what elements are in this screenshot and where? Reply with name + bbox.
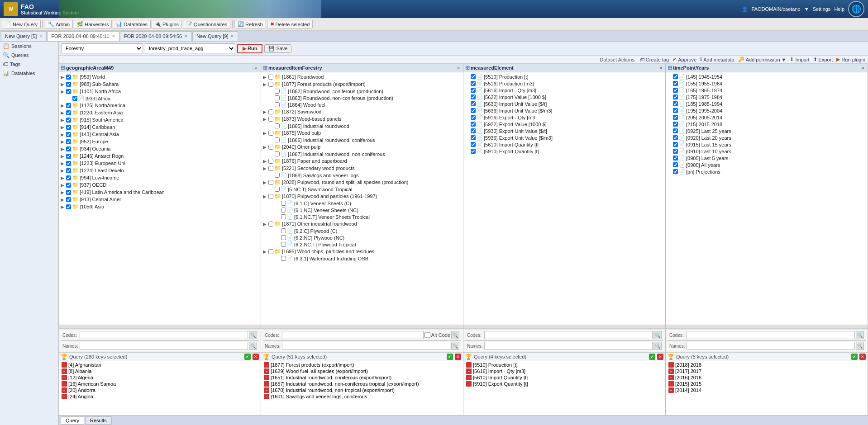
- harvesters-button[interactable]: 🌿 Harvesters: [74, 20, 112, 28]
- datatables-button[interactable]: 📊 Datatables: [113, 20, 151, 28]
- tree-item[interactable]: 📄[pn] Projections: [666, 168, 868, 175]
- tree-checkbox[interactable]: [66, 190, 71, 195]
- list-item[interactable]: −[16] American Samoa: [59, 381, 261, 387]
- tree-item[interactable]: 📄[155] 1955-1964: [666, 80, 868, 87]
- tab-tab4[interactable]: New Query [9]✕: [192, 31, 238, 41]
- panel-collapse-btn-measuredItemForestry[interactable]: «: [456, 66, 461, 71]
- tree-checkbox[interactable]: [673, 128, 678, 133]
- tree-checkbox[interactable]: [66, 139, 71, 144]
- panel-hscrollbar-measuredElement[interactable]: [463, 325, 665, 328]
- tree-checkbox[interactable]: [281, 214, 286, 219]
- tree-item[interactable]: 📄[933] Africa: [59, 95, 261, 102]
- tree-checkbox[interactable]: [268, 145, 273, 150]
- remove-item-btn[interactable]: −: [668, 375, 674, 380]
- alt-code-checkbox[interactable]: [424, 331, 430, 339]
- refresh-button[interactable]: 🔄 Refresh: [234, 20, 266, 28]
- tree-checkbox[interactable]: [275, 151, 280, 156]
- remove-item-btn[interactable]: −: [62, 368, 67, 374]
- tree-item[interactable]: ▶📁[1056] Asia: [59, 203, 261, 210]
- tree-item[interactable]: ▶📁[2038] Pulpwood, round and split, all …: [261, 179, 463, 186]
- codes-input[interactable]: [282, 331, 424, 339]
- export-action[interactable]: ⬆ Export: [813, 57, 833, 62]
- tree-checkbox[interactable]: [673, 122, 678, 127]
- approve-action[interactable]: ✔ Approve: [672, 57, 696, 62]
- list-item[interactable]: −[1629] Wood fuel, all species (export/i…: [261, 368, 463, 374]
- tree-checkbox[interactable]: [66, 204, 71, 209]
- tree-checkbox[interactable]: [673, 135, 678, 140]
- tree-checkbox[interactable]: [281, 242, 286, 247]
- tree-checkbox[interactable]: [673, 156, 678, 161]
- list-item[interactable]: −[5616] Import - Qty [m3]: [463, 368, 665, 374]
- save-button[interactable]: 💾 Save: [264, 44, 291, 53]
- query-ok-btn[interactable]: ✔: [649, 354, 655, 360]
- tree-item[interactable]: ▶📁[419] Latin America and the Caribbean: [59, 189, 261, 196]
- remove-item-btn[interactable]: −: [466, 362, 472, 368]
- panel-collapse-btn-geographicAreaM49[interactable]: «: [253, 66, 259, 71]
- codes-input[interactable]: [80, 331, 248, 339]
- tree-item[interactable]: 📄[1864] Wood fuel: [261, 101, 463, 108]
- list-item[interactable]: −[5910] Export Quantity [t]: [463, 381, 665, 387]
- tree-item[interactable]: 📄[5516] Production [m3]: [463, 80, 665, 87]
- tree-item[interactable]: 📄[6.1.NC] Veneer Sheets (NC): [261, 207, 463, 213]
- names-input[interactable]: [282, 342, 450, 350]
- codes-search-btn[interactable]: 🔍: [856, 331, 864, 339]
- tree-item[interactable]: 📄[5922] Export Value [1000 $]: [463, 121, 665, 128]
- tree-item[interactable]: 📄[6.2.C] Plywood (C): [261, 227, 463, 234]
- tree-item[interactable]: 📄[0925] Last 25 years: [666, 128, 868, 134]
- run-button[interactable]: ▶ Run: [237, 44, 262, 53]
- tree-checkbox[interactable]: [471, 128, 476, 133]
- tree-item[interactable]: 📄[5616] Import - Qty [m3]: [463, 87, 665, 94]
- tree-checkbox[interactable]: [275, 95, 280, 100]
- list-item[interactable]: −[4] Afghanistan: [59, 362, 261, 368]
- tree-item[interactable]: 📄[5510] Production [t]: [463, 73, 665, 80]
- query-ok-btn[interactable]: ✔: [244, 354, 251, 360]
- list-item[interactable]: −[2018] 2018: [666, 362, 868, 368]
- questionnaires-button[interactable]: 📝 Questionnaires: [183, 20, 230, 28]
- tree-checkbox[interactable]: [673, 101, 678, 106]
- tab-tab2[interactable]: FOR 2020-04-08 09:40:11✕: [47, 31, 119, 41]
- list-item[interactable]: −[20] Andorra: [59, 387, 261, 393]
- tree-checkbox[interactable]: [268, 109, 273, 114]
- query-clear-btn[interactable]: ✕: [455, 354, 461, 360]
- names-input[interactable]: [484, 342, 653, 350]
- tree-checkbox[interactable]: [673, 94, 678, 99]
- tree-checkbox[interactable]: [66, 175, 71, 180]
- panel-hscrollbar-measuredItemForestry[interactable]: [261, 325, 463, 328]
- tree-item[interactable]: ▶📁[1695] Wood chips, particles and resid…: [261, 248, 463, 255]
- tree-item[interactable]: ▶📁[1125] NorthAmerica: [59, 102, 261, 109]
- codes-search-btn[interactable]: 🔍: [249, 331, 257, 339]
- tree-checkbox[interactable]: [471, 88, 476, 93]
- tree-checkbox[interactable]: [66, 154, 71, 159]
- tab-close-icon[interactable]: ✕: [184, 34, 188, 38]
- names-search-btn[interactable]: 🔍: [451, 342, 459, 350]
- tree-checkbox[interactable]: [275, 89, 280, 94]
- tree-item[interactable]: ▶📁[1861] Roundwood: [261, 73, 463, 80]
- tree-checkbox[interactable]: [66, 75, 71, 80]
- query-clear-btn[interactable]: ✕: [859, 354, 866, 360]
- codes-input[interactable]: [484, 331, 653, 339]
- remove-item-btn[interactable]: −: [62, 394, 67, 399]
- tree-checkbox[interactable]: [268, 249, 273, 254]
- names-search-btn[interactable]: 🔍: [856, 342, 864, 350]
- tree-item[interactable]: 📄[0915] Last 15 years: [666, 141, 868, 148]
- sidebar-item-datatables[interactable]: 📊Datatables: [0, 69, 58, 78]
- tree-checkbox[interactable]: [281, 208, 286, 212]
- tree-item[interactable]: ▶📁[1876] Paper and paperboard: [261, 157, 463, 165]
- tree-item[interactable]: 📄[175] 1975-1984: [666, 94, 868, 100]
- tree-checkbox[interactable]: [673, 88, 678, 93]
- tree-item[interactable]: 📄[1867] Industrial roundwood, non-conife…: [261, 151, 463, 157]
- tree-item[interactable]: ▶📁[5221] Secondary wood products: [261, 165, 463, 172]
- tree-checkbox[interactable]: [66, 89, 71, 94]
- panel-hscrollbar-timePointYears[interactable]: [666, 325, 868, 328]
- tree-item[interactable]: ▶📁[988] Sub-Sahara: [59, 80, 261, 88]
- tree-checkbox[interactable]: [268, 194, 273, 199]
- tree-checkbox[interactable]: [66, 125, 71, 130]
- tree-item[interactable]: 📄[185] 1985-1994: [666, 100, 868, 107]
- tree-item[interactable]: ▶📁[1101] North Africa: [59, 88, 261, 95]
- tree-item[interactable]: 📄[0910] Last 10 years: [666, 148, 868, 155]
- tree-item[interactable]: ▶📁[1224] Least Develo: [59, 167, 261, 174]
- tree-item[interactable]: 📄[6.2.NC] Plywood (NC): [261, 234, 463, 241]
- tree-checkbox[interactable]: [275, 102, 280, 107]
- tab-tab3[interactable]: FOR 2020-04-08 09:54:56✕: [120, 31, 192, 41]
- tree-item[interactable]: 📄[1865] Industrial roundwood: [261, 123, 463, 129]
